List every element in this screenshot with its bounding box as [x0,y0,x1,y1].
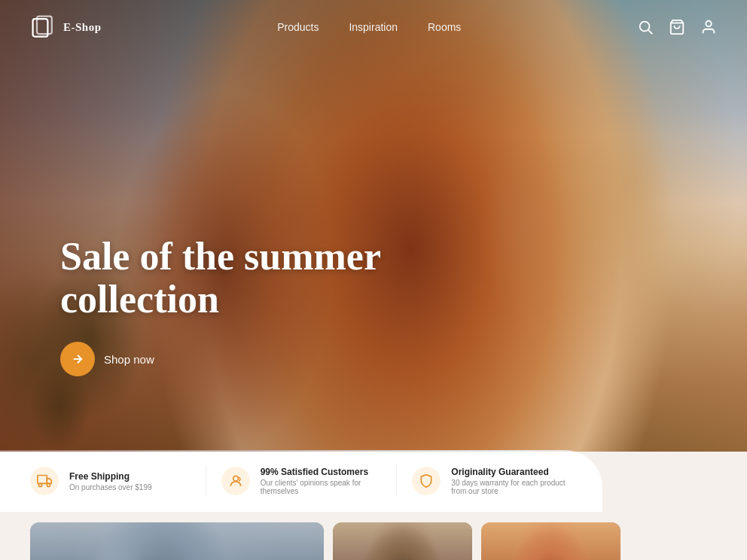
navbar: E-Shop Products Inspiration Rooms [0,0,747,54]
hero-title: Sale of the summer collection [60,235,381,321]
customers-icon-wrap [221,467,250,495]
arrow-right-icon [71,352,84,366]
shop-now-label: Shop now [104,353,154,366]
nav-item-inspiration[interactable]: Inspiration [349,20,398,34]
shop-now-arrow-circle [60,342,95,376]
nav-actions [637,19,717,35]
product-card-2-image [333,522,472,560]
customers-text: 99% Satisfied Customers Our clients' opi… [261,467,382,495]
originality-icon [419,473,434,488]
originality-title: Originality Guaranteed [451,467,572,477]
product-card-3-image [481,522,620,560]
divider-1 [206,466,206,496]
svg-point-2 [640,22,650,32]
svg-line-3 [648,30,652,34]
feature-customers: 99% Satisfied Customers Our clients' opi… [221,467,382,495]
nav-links: Products Inspiration Rooms [277,20,461,34]
nav-link-products[interactable]: Products [277,21,319,33]
search-icon[interactable] [637,19,654,35]
originality-text: Originality Guaranteed 30 days warranty … [451,467,572,495]
cart-icon[interactable] [669,19,685,35]
svg-point-5 [706,21,711,26]
svg-point-8 [39,483,42,486]
svg-point-10 [233,476,238,481]
shipping-text: Free Shipping On purchases over $199 [69,471,152,492]
nav-link-inspiration[interactable]: Inspiration [349,21,398,33]
product-card-1-image [30,522,324,560]
product-card-3[interactable] [481,522,620,560]
nav-item-products[interactable]: Products [277,20,319,34]
shipping-desc: On purchases over $199 [69,483,152,492]
shipping-icon [37,473,52,488]
feature-originality: Originality Guaranteed 30 days warranty … [412,467,572,495]
hero-overlay [0,0,747,452]
originality-icon-wrap [412,467,441,495]
shipping-title: Free Shipping [69,471,152,482]
hero: Sale of the summer collection Shop now [0,0,747,452]
svg-point-9 [47,483,50,486]
originality-desc: 30 days warranty for each product from o… [451,479,572,495]
logo[interactable]: E-Shop [30,14,102,41]
customers-title: 99% Satisfied Customers [261,467,382,477]
divider-2 [396,466,397,496]
features-bar: Free Shipping On purchases over $199 99%… [0,450,602,512]
feature-free-shipping: Free Shipping On purchases over $199 [30,467,191,495]
product-cards [0,512,747,560]
logo-icon [30,14,57,41]
hero-content: Sale of the summer collection Shop now [60,235,381,376]
customers-icon [228,473,243,488]
customers-desc: Our clients' opinions speak for themselv… [261,479,382,495]
shop-now-button[interactable]: Shop now [60,342,154,376]
product-card-1[interactable] [30,522,324,560]
product-card-2[interactable] [333,522,472,560]
nav-item-rooms[interactable]: Rooms [428,20,461,34]
shipping-icon-wrap [30,467,59,495]
svg-rect-7 [38,476,47,484]
hero-section: Sale of the summer collection Shop now [0,0,747,512]
nav-link-rooms[interactable]: Rooms [428,21,461,33]
logo-text: E-Shop [63,21,102,34]
user-icon[interactable] [700,19,717,35]
